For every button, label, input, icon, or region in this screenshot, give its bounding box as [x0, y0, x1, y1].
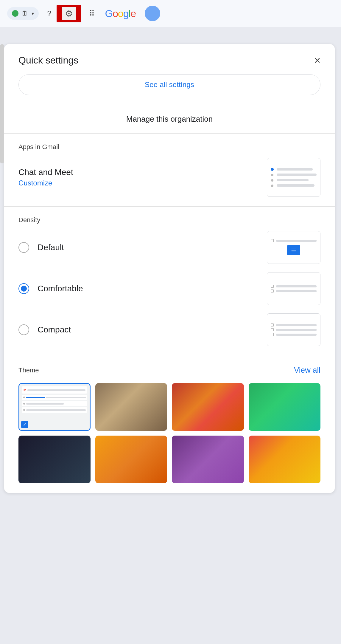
theme-item-chess[interactable] — [95, 383, 167, 431]
density-compact-checkbox-3 — [271, 333, 274, 336]
theme-item-nature[interactable] — [249, 383, 321, 431]
apps-grid-icon[interactable]: ⠿ — [89, 9, 95, 18]
scrollbar[interactable] — [0, 44, 4, 163]
calendar-icon[interactable]: 🗓 — [21, 10, 28, 17]
density-comfortable-line-2 — [276, 290, 317, 292]
chat-meet-title: Chat and Meet — [18, 168, 73, 177]
theme-item-gmail-default[interactable]: M — [18, 383, 91, 431]
customize-link[interactable]: Customize — [18, 179, 73, 187]
chat-dot-blue — [271, 168, 274, 171]
status-dot — [12, 10, 18, 17]
gmail-row-dot-1 — [23, 397, 25, 398]
theme-gmail-preview: M — [19, 384, 90, 430]
quick-settings-panel: Quick settings × See all settings Manage… — [4, 44, 335, 493]
chat-meet-preview — [267, 158, 320, 197]
density-compact-checkbox-1 — [271, 323, 274, 326]
chat-preview-lines — [277, 168, 317, 187]
theme-item-purple[interactable] — [172, 436, 244, 483]
view-all-button[interactable]: View all — [294, 366, 320, 375]
density-compact-preview — [267, 313, 320, 346]
nature-theme-preview — [249, 383, 321, 431]
dark-theme-preview — [18, 436, 91, 483]
chat-dot-grey-1 — [271, 174, 273, 176]
density-compact-line-1 — [276, 324, 317, 326]
chat-preview-dots — [271, 168, 274, 187]
chat-dot-grey-3 — [271, 185, 273, 187]
chat-line-1 — [277, 168, 313, 171]
purple-theme-preview — [172, 436, 244, 483]
help-icon[interactable]: ? — [47, 9, 51, 18]
density-section-title: Density — [18, 216, 320, 224]
density-option-default: Default ☰ — [18, 231, 320, 264]
density-comfortable-checkbox-2 — [271, 290, 274, 292]
density-comfortable-row-2 — [271, 290, 317, 292]
density-compact-line-3 — [276, 334, 317, 336]
gmail-preview-bg: M — [19, 384, 90, 430]
gmail-m-icon: M — [24, 388, 26, 392]
density-default-checkbox-1 — [271, 239, 274, 242]
gmail-selected-checkmark: ✓ — [21, 421, 28, 428]
manage-org-link[interactable]: Manage this organization — [4, 105, 335, 134]
density-compact-radio[interactable] — [18, 324, 29, 335]
theme-item-canyon[interactable] — [172, 383, 244, 431]
density-default-row-1 — [271, 239, 317, 242]
theme-item-dark[interactable] — [18, 436, 91, 483]
density-default-line-1 — [276, 240, 317, 242]
theme-section-title: Theme — [18, 366, 39, 374]
chat-dot-grey-2 — [271, 179, 273, 182]
gmail-row-dot-2 — [23, 403, 25, 405]
gmail-preview-row-3 — [22, 407, 87, 413]
topbar-left-group: 🗓 ▾ — [7, 7, 39, 20]
gmail-preview-row-1 — [22, 395, 87, 400]
density-default-left: Default — [18, 242, 64, 253]
gmail-row-line-grey-2 — [26, 409, 86, 411]
gmail-row-dot-3 — [23, 409, 25, 411]
checkmark-icon: ✓ — [23, 422, 27, 427]
apps-in-gmail-section: Apps in Gmail Chat and Meet Customize — [4, 134, 335, 207]
chat-meet-row: Chat and Meet Customize — [18, 158, 320, 197]
density-comfortable-radio-inner — [21, 286, 27, 292]
google-logo: Google — [105, 8, 136, 19]
sunset-theme-preview — [249, 436, 321, 483]
density-option-compact: Compact — [18, 313, 320, 346]
canyon-theme-preview — [172, 383, 244, 431]
density-comfortable-row-1 — [271, 285, 317, 288]
see-all-settings-button[interactable]: See all settings — [18, 74, 320, 95]
panel-header: Quick settings × — [4, 44, 335, 74]
theme-item-sunset[interactable] — [249, 436, 321, 483]
density-compact-row-1 — [271, 323, 317, 326]
gmail-preview-topbar: M — [22, 386, 87, 394]
density-default-icon-row: ☰ — [271, 245, 317, 255]
density-comfortable-label: Comfortable — [38, 284, 83, 293]
chat-line-4 — [277, 184, 314, 187]
avatar[interactable] — [145, 6, 160, 21]
density-comfortable-left: Comfortable — [18, 283, 83, 294]
theme-grid-row-2 — [18, 436, 320, 493]
chess-theme-preview — [95, 383, 167, 431]
close-button[interactable]: × — [314, 55, 320, 66]
density-comfortable-radio[interactable] — [18, 283, 29, 294]
gmail-row-line-mid — [26, 403, 64, 405]
density-compact-row-3 — [271, 333, 317, 336]
gear-button-wrapper[interactable]: ⚙ — [57, 5, 81, 22]
density-default-radio[interactable] — [18, 242, 29, 253]
gmail-topbar-line — [27, 389, 85, 391]
density-comfortable-checkbox-1 — [271, 285, 274, 288]
chat-meet-left: Chat and Meet Customize — [18, 168, 73, 187]
gmail-preview-row-2 — [22, 401, 87, 406]
density-compact-checkbox-2 — [271, 328, 274, 331]
density-compact-row-2 — [271, 328, 317, 331]
theme-grid-row-1: M — [18, 383, 320, 431]
density-comfortable-line-1 — [276, 285, 317, 287]
theme-item-warm[interactable] — [95, 436, 167, 483]
density-compact-label: Compact — [38, 325, 71, 335]
apps-section-title: Apps in Gmail — [18, 143, 320, 151]
gear-icon[interactable]: ⚙ — [62, 7, 76, 20]
density-default-preview: ☰ — [267, 231, 320, 264]
chat-line-3 — [277, 179, 309, 181]
density-compact-line-2 — [276, 329, 317, 331]
theme-section: Theme View all M — [4, 356, 335, 493]
density-option-comfortable: Comfortable — [18, 272, 320, 305]
warm-theme-preview — [95, 436, 167, 483]
chevron-down-icon[interactable]: ▾ — [32, 11, 34, 16]
